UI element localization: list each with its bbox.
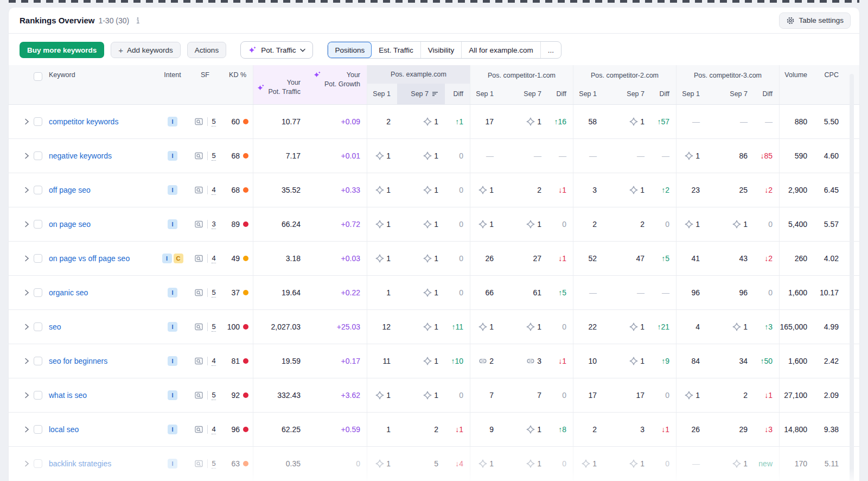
expand-chevron-icon[interactable] [20, 310, 34, 344]
row-checkbox[interactable] [34, 322, 42, 331]
serp-features-icon[interactable] [194, 117, 203, 126]
keyword-link[interactable]: on page seo [49, 220, 91, 229]
sf-count[interactable]: 3 [212, 220, 215, 229]
intent-badge-i[interactable]: I [168, 356, 177, 366]
subcol-sep7[interactable]: Sep 7 [706, 84, 754, 104]
sf-count[interactable]: 5 [212, 151, 215, 161]
intent-badge-i[interactable]: I [162, 254, 172, 263]
row-checkbox[interactable] [34, 117, 42, 126]
row-checkbox[interactable] [34, 357, 42, 365]
sf-count[interactable]: 4 [212, 357, 215, 366]
subcol-sep7[interactable]: Sep 7 [500, 84, 548, 104]
sf-count[interactable]: 4 [212, 425, 215, 434]
subcol-diff[interactable]: Diff [651, 84, 676, 104]
sf-count[interactable]: 4 [212, 186, 215, 195]
keyword-link[interactable]: negative keywords [49, 151, 112, 160]
col-sf[interactable]: SF [190, 65, 220, 104]
expand-chevron-icon[interactable] [20, 105, 34, 138]
expand-chevron-icon[interactable] [20, 139, 34, 173]
col-cpc[interactable]: CPC [814, 65, 845, 104]
row-checkbox[interactable] [34, 425, 42, 434]
intent-badge-i[interactable]: I [168, 117, 177, 126]
keyword-link[interactable]: competitor keywords [49, 117, 118, 126]
vertical-scrollbar[interactable] [850, 74, 854, 481]
keyword-link[interactable]: off page seo [49, 186, 91, 194]
add-keywords-button[interactable]: + Add keywords [111, 42, 181, 58]
metric-selector[interactable]: Pot. Traffic [240, 41, 313, 59]
row-checkbox[interactable] [34, 391, 42, 400]
intent-badge-i[interactable]: I [168, 322, 177, 332]
actions-button[interactable]: Actions [187, 42, 226, 58]
intent-badge-c[interactable]: C [174, 254, 183, 263]
col-keyword[interactable]: Keyword [49, 65, 155, 104]
intent-badge-i[interactable]: I [168, 219, 177, 229]
col-volume[interactable]: Volume [779, 65, 814, 104]
buy-more-keywords-button[interactable]: Buy more keywords [20, 42, 104, 58]
subcol-sep1[interactable]: Sep 1 [573, 84, 603, 104]
row-checkbox[interactable] [34, 186, 42, 194]
serp-features-icon[interactable] [194, 425, 203, 434]
subcol-sep7[interactable]: Sep 7 [603, 84, 651, 104]
expand-chevron-icon[interactable] [20, 378, 34, 412]
serp-features-icon[interactable] [194, 254, 203, 263]
select-all-checkbox[interactable] [34, 72, 42, 81]
intent-badge-i[interactable]: I [168, 425, 177, 434]
sf-count[interactable]: 5 [212, 322, 215, 332]
col-pot-growth[interactable]: YourPot. Growth [307, 65, 367, 104]
keyword-link[interactable]: seo for beginners [49, 357, 107, 365]
expand-chevron-icon[interactable] [20, 344, 34, 378]
subcol-sep7-sorted[interactable]: Sep 7 [397, 84, 445, 104]
row-checkbox[interactable] [34, 288, 42, 297]
table-settings-button[interactable]: Table settings [779, 12, 851, 29]
keyword-link[interactable]: what is seo [49, 391, 87, 400]
tab-more[interactable]: ... [540, 42, 561, 58]
tab-est-traffic[interactable]: Est. Traffic [372, 42, 420, 58]
tab-visibility[interactable]: Visibility [420, 42, 462, 58]
col-kd[interactable]: KD % [220, 65, 253, 104]
serp-features-icon[interactable] [194, 459, 203, 468]
intent-badge-i[interactable]: I [168, 459, 177, 469]
intent-badge-i[interactable]: I [168, 185, 177, 195]
keyword-link[interactable]: seo [49, 322, 61, 331]
row-checkbox[interactable] [34, 459, 42, 468]
col-pot-traffic[interactable]: YourPot. Traffic [253, 65, 307, 104]
serp-features-icon[interactable] [194, 288, 203, 297]
serp-features-icon[interactable] [194, 151, 203, 160]
tab-all-for-domain[interactable]: All for example.com [461, 42, 540, 58]
keyword-link[interactable]: backlink strategies [49, 459, 111, 468]
row-checkbox[interactable] [34, 220, 42, 229]
serp-features-icon[interactable] [194, 357, 203, 365]
subcol-diff[interactable]: Diff [754, 84, 779, 104]
subcol-sep1[interactable]: Sep 1 [676, 84, 706, 104]
expand-chevron-icon[interactable] [20, 276, 34, 309]
subcol-diff[interactable]: Diff [445, 84, 470, 104]
sf-count[interactable]: 4 [212, 254, 215, 263]
serp-features-icon[interactable] [194, 391, 203, 400]
keyword-link[interactable]: local seo [49, 425, 79, 434]
expand-chevron-icon[interactable] [20, 207, 34, 241]
col-intent[interactable]: Intent [155, 65, 190, 104]
subcol-sep1[interactable]: Sep 1 [470, 84, 500, 104]
sf-count[interactable]: 5 [212, 459, 215, 469]
sf-count[interactable]: 5 [212, 117, 215, 126]
subcol-sep1[interactable]: Sep 1 [367, 84, 397, 104]
sf-count[interactable]: 5 [212, 288, 215, 298]
serp-features-icon[interactable] [194, 322, 203, 331]
info-icon[interactable] [134, 17, 142, 24]
intent-badge-i[interactable]: I [168, 151, 177, 161]
expand-chevron-icon[interactable] [20, 413, 34, 446]
sf-count[interactable]: 5 [212, 391, 215, 400]
serp-features-icon[interactable] [194, 186, 203, 194]
intent-badge-i[interactable]: I [168, 288, 177, 298]
serp-features-icon[interactable] [194, 220, 203, 229]
intent-badge-i[interactable]: I [168, 390, 177, 400]
row-checkbox[interactable] [34, 254, 42, 263]
keyword-link[interactable]: on page vs off page seo [49, 254, 130, 263]
subcol-diff[interactable]: Diff [548, 84, 573, 104]
keyword-link[interactable]: organic seo [49, 288, 88, 297]
expand-chevron-icon[interactable] [20, 173, 34, 207]
tab-positions[interactable]: Positions [328, 42, 372, 58]
expand-chevron-icon[interactable] [20, 242, 34, 275]
expand-chevron-icon[interactable] [20, 447, 34, 480]
row-checkbox[interactable] [34, 151, 42, 160]
